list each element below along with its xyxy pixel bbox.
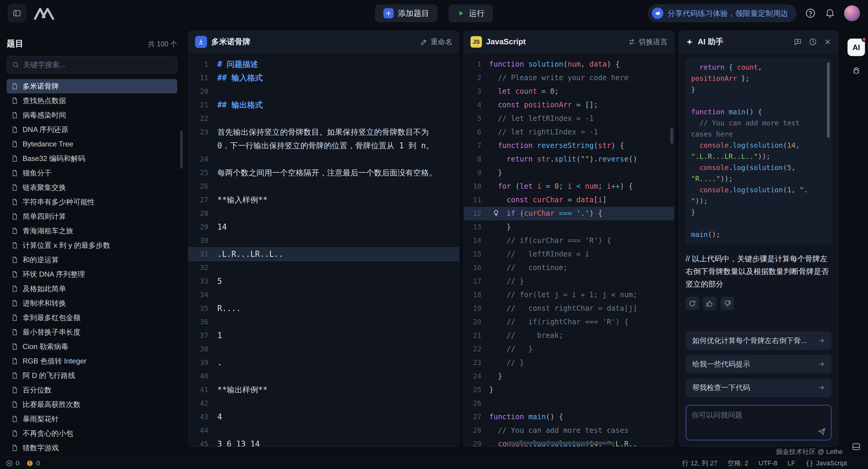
sidebar-scrollbar[interactable] [180, 130, 183, 169]
new-chat-icon[interactable] [794, 38, 802, 46]
code-line[interactable]: 4 const positionArr = []; [464, 98, 674, 112]
suggestion-button[interactable]: 如何优化计算每个骨牌左右倒下骨... [686, 331, 832, 350]
status-item[interactable]: LF [787, 459, 795, 467]
vertical-scrollbar[interactable] [670, 128, 673, 144]
code-line[interactable]: 19 // const rightChar = data[j] [464, 302, 674, 315]
problem-line[interactable]: 36 [188, 315, 459, 329]
problem-line[interactable]: 34 [188, 288, 459, 302]
help-icon[interactable] [805, 7, 816, 19]
problem-line[interactable]: 39. [188, 356, 459, 370]
horizontal-scrollbar[interactable] [506, 442, 615, 445]
code-line[interactable]: 25} [464, 383, 674, 397]
sidebar-item[interactable]: 查找热点数据 [7, 93, 177, 108]
problem-line[interactable]: 27**输入样例** [188, 193, 459, 207]
sidebar-item[interactable]: Bytedance Tree [7, 137, 177, 151]
sidebar-item[interactable]: RGB 色值转 Integer [7, 354, 177, 368]
code-line[interactable]: 3 let count = 0; [464, 85, 674, 98]
code-line[interactable]: 23 // } [464, 356, 674, 370]
code-line[interactable]: 16 // continue; [464, 261, 674, 275]
sidebar-item[interactable]: 百分位数 [7, 383, 177, 397]
regenerate-icon[interactable] [686, 297, 699, 310]
problem-editor[interactable]: 1# 问题描述11## 输入格式2021## 输出格式2223首先输出保持竖立的… [188, 53, 459, 446]
problem-line[interactable]: 44 [188, 424, 459, 437]
sidebar-toggle-button[interactable] [8, 4, 26, 22]
code-line[interactable]: 24 } [464, 370, 674, 383]
code-line[interactable]: 14 // if(curChar === 'R') { [464, 234, 674, 247]
run-button[interactable]: 运行 [449, 4, 493, 22]
chat-input-box[interactable] [686, 405, 832, 440]
problem-line[interactable]: 371 [188, 329, 459, 342]
code-line[interactable]: 26 [464, 397, 674, 410]
thumbs-down-icon[interactable] [721, 297, 734, 310]
switch-language-button[interactable]: 切换语言 [628, 37, 668, 47]
sidebar-item[interactable]: 计算位置 x 到 y 的最多步数 [7, 238, 177, 253]
history-icon[interactable] [809, 38, 817, 46]
sidebar-item[interactable]: 比赛最高获胜次数 [7, 397, 177, 412]
problem-line[interactable]: 31.L.R...LR..L.. [188, 247, 459, 261]
problem-line[interactable]: 41**输出样例** [188, 383, 459, 397]
search-box[interactable] [7, 56, 177, 73]
status-item[interactable]: 空格: 2 [727, 459, 748, 468]
add-problem-button[interactable]: 添加题目 [375, 4, 437, 22]
code-line[interactable]: 15 // leftRIndex = i [464, 247, 674, 261]
code-line[interactable]: 27function main() { [464, 410, 674, 424]
sidebar-item[interactable]: Cion 勒索病毒 [7, 339, 177, 354]
code-line[interactable]: 12 if (curChar === '.') { [464, 207, 674, 220]
search-input[interactable] [23, 61, 172, 69]
code-line[interactable]: 11 const curChar = data[i] [464, 193, 674, 207]
sidebar-item[interactable]: 暴雨梨花针 [7, 412, 177, 426]
problem-line[interactable]: 11## 输入格式 [188, 71, 459, 85]
code-editor[interactable]: 1function solution(num, data) {2 // Plea… [464, 53, 674, 446]
code-line[interactable]: 17 // } [464, 275, 674, 288]
sidebar-item[interactable]: 拿到最多红包金额 [7, 310, 177, 325]
sidebar-item[interactable]: 及格如此简单 [7, 282, 177, 296]
problem-line[interactable]: 25每两个数之间用一个空格隔开，注意最后一个数后面没有空格。 [188, 166, 459, 180]
sidebar-item[interactable]: 和的逆运算 [7, 253, 177, 267]
sidebar-item[interactable]: 进制求和转换 [7, 296, 177, 310]
send-icon[interactable] [817, 427, 826, 436]
code-line[interactable]: 28 // You can add more test cases [464, 424, 674, 437]
code-line[interactable]: 6 // let rightLIndex = -1 [464, 125, 674, 139]
message-scrollbar[interactable] [827, 62, 830, 138]
problem-line[interactable]: 23首先输出保持竖立的骨牌数目。如果保持竖立的骨牌数目不为 0，下一行输出保持竖… [188, 125, 459, 153]
problem-line[interactable]: 38 [188, 342, 459, 356]
problem-line[interactable]: 26 [188, 180, 459, 193]
ai-assistant-button[interactable]: AI [847, 39, 865, 56]
status-item[interactable]: UTF-8 [758, 459, 777, 467]
rename-button[interactable]: 重命名 [421, 37, 453, 47]
problems-status[interactable]: 0 0 [5, 459, 44, 467]
sidebar-item[interactable]: 病毒感染时间 [7, 108, 177, 122]
code-line[interactable]: 22 // } [464, 342, 674, 356]
problem-line[interactable]: 24 [188, 153, 459, 166]
panel-layout-icon[interactable] [851, 442, 861, 451]
code-line[interactable]: 5 // let leftRIndex = -1 [464, 112, 674, 125]
sidebar-item[interactable]: 最小替换子串长度 [7, 325, 177, 339]
close-icon[interactable] [824, 38, 832, 46]
problem-line[interactable]: 434 [188, 410, 459, 424]
sidebar-item[interactable]: 猜数字游戏 [7, 441, 177, 455]
chat-input[interactable] [692, 410, 812, 435]
avatar[interactable] [844, 5, 860, 22]
code-line[interactable]: 1function solution(num, data) { [464, 58, 674, 71]
problem-line[interactable]: 30 [188, 234, 459, 247]
problem-line[interactable]: 2914 [188, 220, 459, 234]
sidebar-item[interactable]: Base32 编码和解码 [7, 151, 177, 166]
code-line[interactable]: 21 // break; [464, 329, 674, 342]
suggestion-button[interactable]: 给我一些代码提示 [686, 355, 832, 373]
problem-line[interactable]: 42 [188, 397, 459, 410]
sidebar-item[interactable]: 环状 DNA 序列整理 [7, 267, 177, 282]
code-line[interactable]: 7 function reverseString(str) { [464, 139, 674, 153]
code-line[interactable]: 20 // if(rightChar === 'R') { [464, 315, 674, 329]
promo-banner[interactable]: 分享代码练习体验，领限量定制周边 [648, 4, 796, 22]
sidebar-item[interactable]: 链表聚集交换 [7, 180, 177, 195]
code-line[interactable]: 18 // for(let j = i + 1; j < num; [464, 288, 674, 302]
sidebar-item[interactable]: DNA 序列还原 [7, 122, 177, 137]
problem-line[interactable]: 22 [188, 112, 459, 125]
problem-line[interactable]: 21## 输出格式 [188, 98, 459, 112]
code-line[interactable]: 13 } [464, 220, 674, 234]
sidebar-item[interactable]: 多米诺骨牌 [7, 79, 177, 93]
sidebar-item[interactable]: 字符串有多少种可能性 [7, 195, 177, 209]
sidebar-item[interactable]: 不再贪心的小包 [7, 426, 177, 441]
thumbs-up-icon[interactable] [703, 297, 716, 310]
problem-line[interactable]: 453 6 13 14 [188, 437, 459, 446]
